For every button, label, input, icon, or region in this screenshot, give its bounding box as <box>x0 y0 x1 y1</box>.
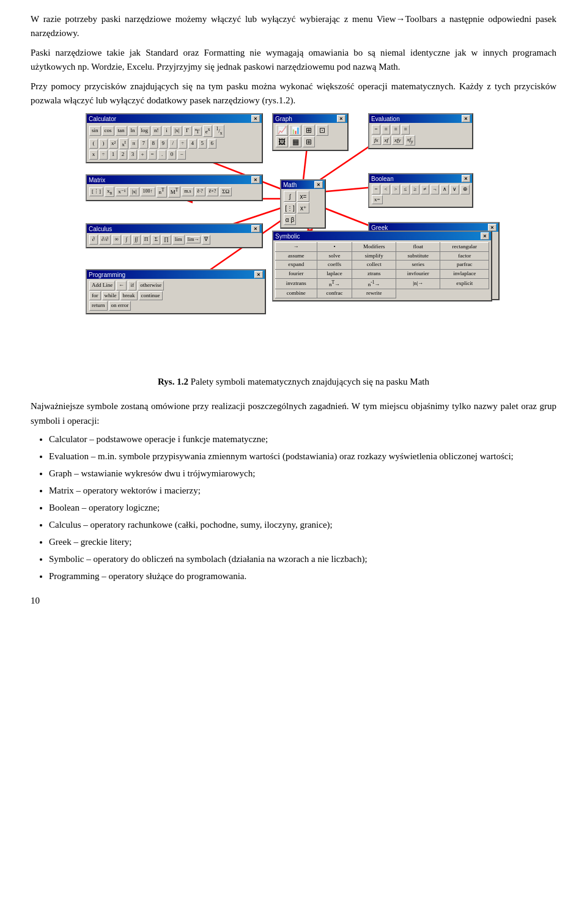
btn-if[interactable]: if <box>128 281 136 290</box>
btn-bool-xor[interactable]: ⊕ <box>460 185 470 194</box>
graph-icon-7[interactable]: ⊞ <box>303 136 315 147</box>
btn-x[interactable]: x <box>89 150 98 160</box>
math-close[interactable]: × <box>314 181 323 188</box>
btn-combine[interactable]: combine <box>276 289 317 298</box>
btn-edot[interactable]: ě·? <box>195 187 205 196</box>
btn-bool-gt[interactable]: > <box>391 185 400 194</box>
btn-while[interactable]: while <box>102 291 119 301</box>
boolean-close[interactable]: × <box>462 175 470 182</box>
btn-otherwise[interactable]: otherwise <box>138 281 164 290</box>
btn-2[interactable]: 2 <box>119 150 127 160</box>
btn-nt[interactable]: nT <box>157 186 167 198</box>
btn-absm[interactable]: |x| <box>129 187 139 197</box>
graph-icon-6[interactable]: ▦ <box>289 136 301 147</box>
btn-9[interactable]: 9 <box>159 139 168 149</box>
btn-continue[interactable]: continue <box>139 291 163 301</box>
btn-sigma[interactable]: ΣΩ <box>220 187 232 197</box>
btn-log[interactable]: log <box>139 126 151 136</box>
btn-5[interactable]: 5 <box>198 139 207 149</box>
btn-int[interactable]: ∫ <box>122 235 131 245</box>
btn-1[interactable]: 1 <box>109 150 117 160</box>
btn-6[interactable]: 6 <box>208 139 216 149</box>
btn-laplace[interactable]: laplace <box>317 270 352 279</box>
btn-mt[interactable]: MT <box>168 186 181 198</box>
btn-eval-eq1[interactable]: = <box>372 125 380 135</box>
btn-inf[interactable]: ∞ <box>112 235 120 245</box>
btn-sym-rectangular[interactable]: rectangular <box>440 243 489 252</box>
btn-assume[interactable]: assume <box>276 251 317 261</box>
btn-return[interactable]: return <box>89 301 108 311</box>
btn-dot4[interactable]: ÷ <box>179 139 187 149</box>
btn-partialfrac[interactable]: ∂/∂ <box>99 235 111 245</box>
btn-limarrow[interactable]: lim→ <box>186 236 201 243</box>
graph-icon-2[interactable]: 📊 <box>289 125 301 136</box>
btn-tan[interactable]: tan <box>116 126 127 136</box>
btn-parfrac[interactable]: parfrac <box>440 261 489 270</box>
btn-cos[interactable]: cos <box>102 126 114 136</box>
btn-ecross[interactable]: ě×? <box>207 187 219 196</box>
btn-sym-modifiers[interactable]: Modifiers <box>352 243 396 252</box>
btn-bool-eq[interactable]: = <box>372 185 380 194</box>
btn-3[interactable]: 3 <box>128 150 137 160</box>
btn-bool-not[interactable]: ¬ <box>430 185 439 194</box>
programming-close[interactable]: × <box>254 271 263 278</box>
graph-icon-5[interactable]: 🖼 <box>276 136 288 147</box>
btn-break[interactable]: break <box>120 291 138 301</box>
btn-nt-arrow[interactable]: nT→ <box>317 278 352 289</box>
btn-iint[interactable]: ∫∫ <box>132 235 141 245</box>
btn-100[interactable]: 100↑ <box>141 187 155 196</box>
btn-ngamma[interactable]: nΓ <box>193 127 202 136</box>
btn-assign[interactable]: ← <box>116 281 127 290</box>
math-icon-1[interactable]: ∫ <box>284 191 296 202</box>
btn-minus[interactable]: − <box>177 150 186 160</box>
btn-absx[interactable]: |x| <box>172 126 182 136</box>
evaluation-close[interactable]: × <box>462 115 470 122</box>
btn-solve[interactable]: solve <box>317 251 352 261</box>
math-icon-5[interactable]: α β <box>284 214 296 225</box>
btn-7[interactable]: 7 <box>139 139 148 149</box>
btn-partial[interactable]: ∂ <box>89 235 98 245</box>
btn-sym-arrow[interactable]: → <box>276 243 317 252</box>
btn-lparen[interactable]: ( <box>89 139 98 149</box>
btn-bool-lt[interactable]: < <box>382 185 390 194</box>
btn-eval-eq4[interactable]: ≡ <box>401 125 410 135</box>
math-icon-4[interactable]: x⁺ <box>297 202 309 213</box>
btn-eval-eq3[interactable]: ≡ <box>391 125 400 135</box>
btn-xn[interactable]: xn <box>105 187 114 198</box>
btn-bool-le[interactable]: ≤ <box>401 185 410 194</box>
btn-expand[interactable]: expand <box>276 261 317 270</box>
btn-xinv[interactable]: x⁻¹ <box>116 187 128 197</box>
btn-n![interactable]: n! <box>152 126 161 136</box>
btn-onerror[interactable]: on error <box>109 301 131 311</box>
btn-for[interactable]: for <box>89 291 101 301</box>
btn-factor[interactable]: factor <box>440 251 489 261</box>
btn-bool-and[interactable]: ∧ <box>440 185 449 194</box>
btn-rparen[interactable]: ) <box>99 139 108 149</box>
btn-bool-or[interactable]: ∨ <box>450 185 459 194</box>
btn-div[interactable]: / <box>169 139 177 149</box>
btn-sym-dot[interactable]: • <box>317 243 352 252</box>
btn-collect[interactable]: collect <box>352 261 396 270</box>
btn-series[interactable]: series <box>396 261 440 270</box>
graph-icon-1[interactable]: 📈 <box>276 125 288 136</box>
btn-xeq[interactable]: x= <box>372 195 383 205</box>
btn-4[interactable]: 4 <box>188 139 197 149</box>
btn-invlaplace[interactable]: invlaplace <box>440 270 489 279</box>
btn-ninv-arrow[interactable]: n-1→ <box>352 278 396 289</box>
btn-i[interactable]: i <box>163 126 171 136</box>
btn-ztrans[interactable]: ztrans <box>352 270 396 279</box>
btn-confrac[interactable]: confrac <box>317 289 352 298</box>
btn-8[interactable]: 8 <box>149 139 158 149</box>
btn-1x[interactable]: 1/x <box>213 125 224 138</box>
matrix-close[interactable]: × <box>251 176 260 183</box>
btn-ms[interactable]: m.s <box>182 187 193 196</box>
graph-close[interactable]: × <box>337 115 345 122</box>
btn-xt[interactable]: xt <box>119 138 128 150</box>
math-icon-2[interactable]: x= <box>297 191 309 202</box>
btn-absn-arrow[interactable]: |n|→ <box>396 278 440 289</box>
graph-icon-4[interactable]: ⊡ <box>316 125 328 136</box>
math-icon-3[interactable]: [⋮] <box>284 202 296 213</box>
btn-dot[interactable]: . <box>158 150 166 160</box>
btn-invfourier[interactable]: invfourier <box>396 270 440 279</box>
graph-icon-3[interactable]: ⊞ <box>303 125 315 136</box>
